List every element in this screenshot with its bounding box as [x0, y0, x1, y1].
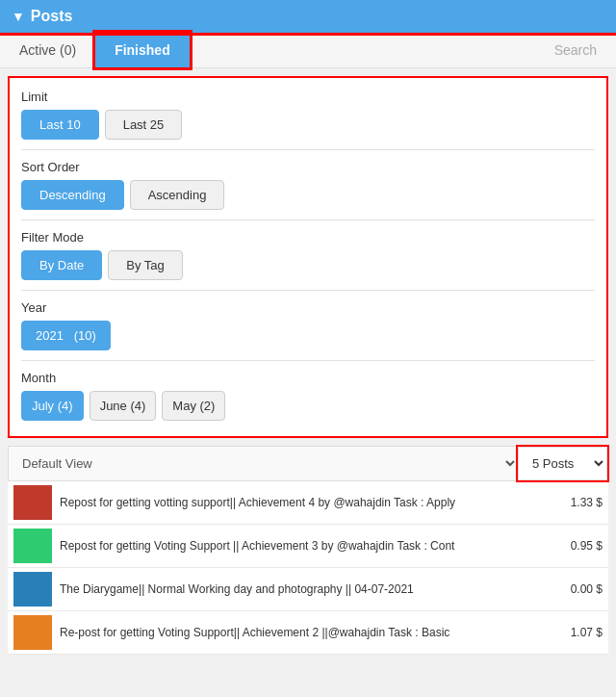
- tab-finished[interactable]: Finished: [95, 33, 190, 67]
- descending-button[interactable]: Descending: [21, 180, 124, 210]
- post-list: Repost for getting votting support|| Ach…: [8, 481, 608, 655]
- limit-btn-group: Last 10 Last 25: [21, 110, 595, 140]
- post-thumbnail: [13, 572, 52, 607]
- by-tag-button[interactable]: By Tag: [108, 250, 183, 280]
- post-text: The Diarygame|| Normal Working day and p…: [60, 582, 565, 596]
- posts-toolbar: Default View 5 Posts10 Posts25 PostsAll: [8, 446, 608, 481]
- list-item[interactable]: Re-post for getting Voting Support|| Ach…: [8, 611, 608, 655]
- month-btn-group: July (4)June (4)May (2): [21, 391, 595, 421]
- post-thumbnail: [13, 615, 52, 650]
- list-item[interactable]: The Diarygame|| Normal Working day and p…: [8, 568, 608, 611]
- year-btn-group: 2021 (10): [21, 321, 595, 350]
- list-item[interactable]: Repost for getting votting support|| Ach…: [8, 481, 608, 525]
- month-june-button[interactable]: June (4): [90, 391, 157, 421]
- filter-panel: Limit Last 10 Last 25 Sort Order Descend…: [8, 76, 608, 438]
- last25-button[interactable]: Last 25: [105, 110, 183, 140]
- limit-label: Limit: [21, 90, 595, 104]
- post-thumbnail: [13, 485, 52, 520]
- last10-button[interactable]: Last 10: [21, 110, 99, 140]
- month-july-button[interactable]: July (4): [21, 391, 84, 421]
- view-select[interactable]: Default View: [9, 448, 518, 479]
- tab-active[interactable]: Active (0): [0, 33, 95, 67]
- post-thumbnail: [13, 529, 52, 563]
- chevron-down-icon: ▼: [12, 9, 25, 24]
- list-item[interactable]: Repost for getting Voting Support || Ach…: [8, 525, 608, 568]
- year-2021-button[interactable]: 2021 (10): [21, 321, 111, 350]
- filter-mode-label: Filter Mode: [21, 230, 595, 245]
- sort-btn-group: Descending Ascending: [21, 180, 595, 210]
- year-label: Year: [21, 300, 595, 315]
- post-value: 1.33 $: [571, 496, 603, 509]
- month-may-button[interactable]: May (2): [162, 391, 225, 421]
- page-title: Posts: [31, 8, 73, 25]
- posts-count-select[interactable]: 5 Posts10 Posts25 PostsAll: [518, 447, 607, 480]
- tab-search[interactable]: Search: [535, 33, 616, 67]
- tabs-row: Active (0) Finished Search: [0, 33, 616, 68]
- posts-header: ▼ Posts: [0, 0, 616, 33]
- filter-mode-btn-group: By Date By Tag: [21, 250, 595, 280]
- post-value: 1.07 $: [571, 626, 603, 639]
- post-text: Repost for getting votting support|| Ach…: [60, 496, 565, 509]
- month-label: Month: [21, 371, 595, 385]
- by-date-button[interactable]: By Date: [21, 250, 102, 280]
- post-text: Re-post for getting Voting Support|| Ach…: [60, 626, 565, 639]
- ascending-button[interactable]: Ascending: [130, 180, 225, 210]
- post-value: 0.00 $: [571, 582, 603, 596]
- post-text: Repost for getting Voting Support || Ach…: [60, 539, 565, 553]
- sort-order-label: Sort Order: [21, 160, 595, 174]
- post-value: 0.95 $: [571, 539, 603, 553]
